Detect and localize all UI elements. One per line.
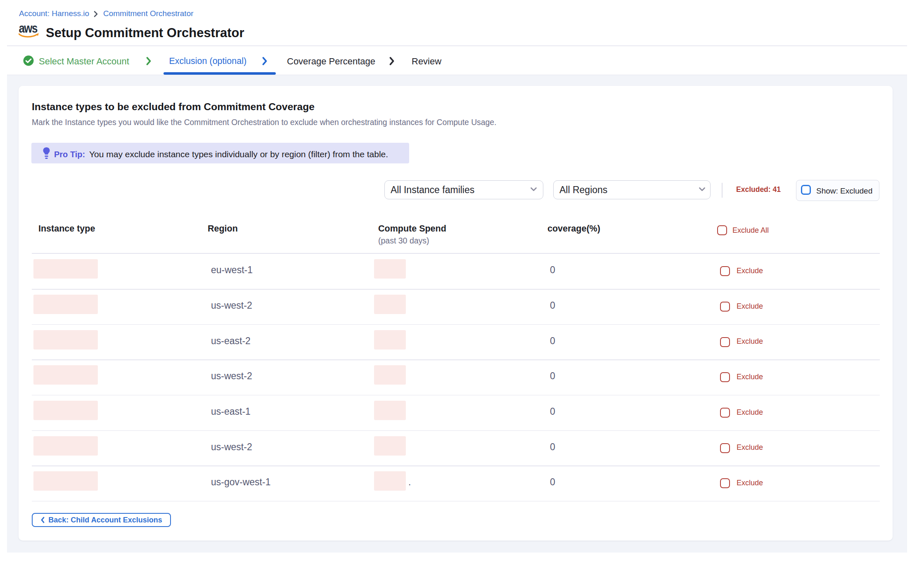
svg-text:aws: aws bbox=[19, 24, 38, 35]
